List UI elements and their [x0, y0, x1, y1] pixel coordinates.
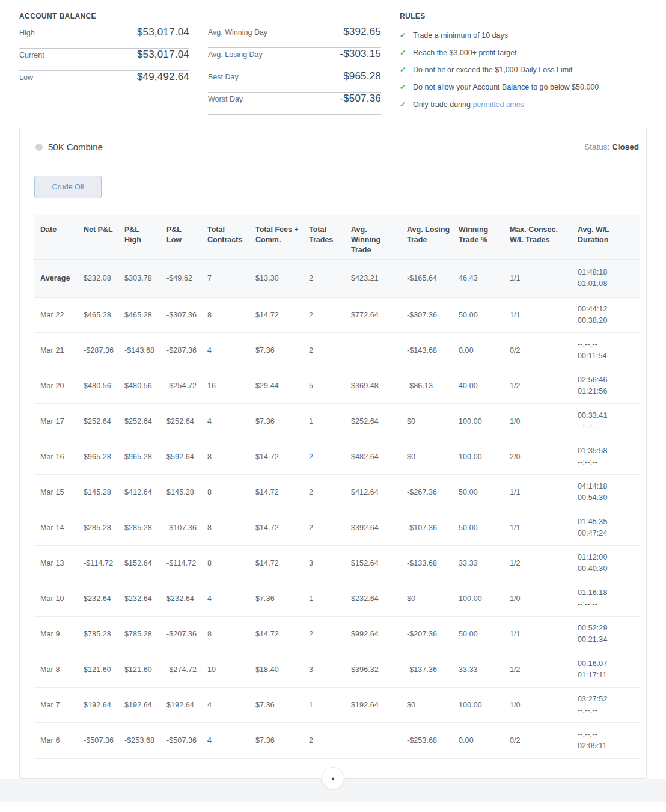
rule-link[interactable]: permitted times	[472, 100, 524, 109]
column-header: P&L Low	[166, 225, 207, 245]
cell-net-pnl: $785.28	[84, 629, 124, 640]
table-row: Mar 17 $252.64 $252.64 $252.64 4 $7.36 1…	[34, 404, 640, 439]
cell-date: Mar 14	[40, 522, 84, 534]
cell-avg-losing-trade: -$143.68	[407, 345, 459, 356]
cell-pnl-high: $192.64	[124, 700, 166, 711]
cell-winning-trade-pct: 33.33	[459, 664, 510, 676]
cell-total-trades: 2	[309, 451, 351, 463]
cell-avg-losing-trade: -$107.36	[407, 522, 459, 534]
rule-text-plain: Do not hit or exceed the $1,000 Daily Lo…	[413, 66, 572, 74]
rules-section: RULES ✓ Trade a minimum of 10 days ✓ Rea…	[400, 12, 647, 117]
cell-avg-wl-duration: 00:16:07 01:17:11	[578, 658, 640, 681]
cell-total-contracts: 16	[207, 380, 255, 392]
cell-total-trades: 2	[309, 522, 351, 534]
rule-text-plain: Only trade during	[413, 100, 472, 109]
cell-pnl-low: -$114.72	[166, 558, 207, 569]
tab-crude-oil[interactable]: Crude Oil	[34, 176, 102, 198]
collapse-card-button[interactable]: ▲	[322, 767, 344, 790]
combine-identity: 50K Combine	[35, 142, 103, 152]
day-stat-row: Avg. Winning Day $392.65	[208, 26, 381, 48]
rule-text-plain: Do not allow your Account Balance to go …	[413, 83, 599, 91]
cell-avg-winning-trade: $252.64	[351, 416, 407, 427]
cell-winning-trade-pct: 100.00	[459, 416, 510, 427]
check-icon: ✓	[400, 49, 406, 58]
cell-winning-trade-pct: 100.00	[459, 593, 510, 605]
rule-text: Only trade during permitted times	[413, 100, 524, 110]
cell-max-consec: 1/2	[510, 558, 578, 569]
cell-winning-trade-pct: 50.00	[459, 522, 510, 534]
check-icon: ✓	[400, 66, 406, 75]
cell-avg-wl-duration: 02:56:46 01:21:56	[578, 374, 640, 397]
account-balance-title: ACCOUNT BALANCE	[19, 12, 189, 20]
check-icon: ✓	[400, 100, 406, 109]
cell-avg-wl-duration: 01:45:35 00:47:24	[578, 516, 640, 539]
cell-total-trades: 3	[309, 664, 351, 676]
stat-value: -$303.15	[340, 48, 381, 60]
cell-date: Mar 16	[40, 451, 84, 463]
combine-status: Status: Closed	[584, 142, 639, 151]
cell-max-consec: 1/2	[510, 664, 578, 676]
cell-pnl-high: $252.64	[124, 416, 166, 427]
cell-avg-winning-trade: $772.64	[351, 310, 407, 321]
stat-label: Best Day	[208, 73, 239, 81]
cell-avg-winning-trade: $152.64	[351, 558, 407, 569]
cell-total-trades: 2	[309, 629, 351, 640]
cell-net-pnl: $252.64	[84, 416, 124, 427]
cell-pnl-low: -$207.36	[166, 629, 207, 640]
cell-net-pnl: $965.28	[84, 451, 124, 463]
cell-total-fees: $13.30	[255, 273, 309, 284]
cell-total-fees: $7.36	[255, 593, 309, 605]
table-row: Mar 13 -$114.72 $152.64 -$114.72 8 $14.7…	[34, 546, 640, 581]
table-row: Mar 20 $480.56 $480.56 -$254.72 16 $29.4…	[34, 368, 640, 404]
stat-label: Low	[19, 73, 33, 82]
cell-total-trades: 2	[309, 487, 351, 498]
cell-winning-trade-pct: 40.00	[459, 380, 510, 392]
cell-avg-losing-trade: $0	[407, 593, 459, 605]
cell-avg-losing-trade: -$137.36	[407, 664, 459, 676]
column-header: Winning Trade %	[459, 225, 510, 245]
cell-date: Mar 13	[40, 558, 84, 569]
chevron-up-icon: ▲	[331, 775, 336, 781]
cell-avg-winning-trade: $992.64	[351, 629, 407, 640]
table-row: Mar 15 $145.28 $412.64 $145.28 8 $14.72 …	[34, 475, 640, 510]
table-header-row: DateNet P&LP&L HighP&L LowTotal Contract…	[34, 215, 640, 260]
cell-winning-trade-pct: 0.00	[459, 345, 510, 356]
cell-pnl-low: -$254.72	[166, 380, 207, 392]
cell-total-contracts: 4	[207, 593, 255, 605]
cell-max-consec: 2/0	[510, 451, 578, 463]
rule-text: Reach the $3,000+ profit target	[413, 49, 517, 58]
cell-max-consec: 1/1	[510, 310, 578, 321]
cell-total-trades: 5	[309, 380, 351, 392]
cell-avg-wl-duration: 04:14:18 00:54:30	[578, 481, 640, 504]
cell-net-pnl: $121.60	[84, 664, 124, 676]
table-body: Average $232.08 $303.78 -$49.62 7 $13.30…	[34, 260, 640, 759]
cell-avg-losing-trade: $0	[407, 416, 459, 427]
cell-total-contracts: 4	[207, 416, 255, 427]
stat-label: High	[19, 29, 35, 37]
table-row: Mar 21 -$287.36 -$143.68 -$287.36 4 $7.3…	[34, 333, 640, 368]
cell-avg-losing-trade: $0	[407, 451, 459, 463]
cell-max-consec: 1/1	[510, 522, 578, 534]
cell-pnl-high: $465.28	[124, 310, 166, 321]
cell-winning-trade-pct: 50.00	[459, 629, 510, 640]
cell-avg-wl-duration: --:--:-- 00:11:54	[578, 339, 640, 362]
table-row: Mar 14 $285.28 $285.28 -$107.36 8 $14.72…	[34, 510, 640, 546]
cell-total-fees: $14.72	[255, 558, 309, 569]
stat-label: Avg. Losing Day	[208, 50, 263, 59]
cell-avg-wl-duration: 00:33:41 --:--:--	[578, 410, 640, 433]
cell-pnl-low: $192.64	[166, 700, 207, 711]
cell-max-consec: 1/1	[510, 629, 578, 640]
combine-card-header: 50K Combine Status: Closed	[20, 127, 646, 152]
cell-date: Mar 6	[40, 735, 84, 746]
cell-pnl-low: $252.64	[166, 416, 207, 427]
cell-pnl-low: -$107.36	[166, 522, 207, 534]
cell-winning-trade-pct: 33.33	[459, 558, 510, 569]
cell-total-contracts: 4	[207, 345, 255, 356]
cell-date: Mar 7	[40, 700, 84, 711]
cell-winning-trade-pct: 50.00	[459, 310, 510, 321]
cell-total-fees: $14.72	[255, 451, 309, 463]
cell-winning-trade-pct: 46.43	[459, 273, 510, 284]
combine-name: 50K Combine	[48, 142, 103, 152]
cell-avg-wl-duration: 01:35:58 --:--:--	[578, 445, 640, 468]
day-stats-section: Avg. Winning Day $392.65 Avg. Losing Day…	[208, 12, 381, 117]
